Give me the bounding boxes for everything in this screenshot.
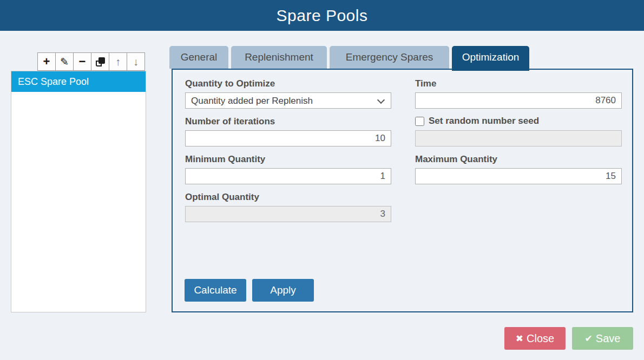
tab-replenishment[interactable]: Replenishment — [231, 46, 327, 69]
list-item-esc-spare-pool[interactable]: ESC Spare Pool — [11, 71, 146, 92]
iterations-label: Number of iterations — [185, 116, 275, 128]
time-label: Time — [415, 78, 436, 90]
minimum-quantity-input[interactable] — [185, 168, 391, 184]
remove-button[interactable]: − — [73, 52, 91, 71]
page-title: Spare Pools — [277, 6, 368, 25]
tab-optimization[interactable]: Optimization — [452, 46, 529, 71]
maximum-quantity-input[interactable] — [415, 168, 622, 184]
check-icon: ✔ — [585, 333, 593, 344]
quantity-to-optimize-select[interactable]: Quantity added per Replenish — [185, 92, 391, 109]
time-input[interactable] — [415, 92, 622, 109]
random-seed-checkbox[interactable] — [415, 117, 424, 126]
save-button-label: Save — [596, 332, 621, 345]
optimal-quantity-label: Optimal Quantity — [185, 192, 259, 204]
spare-pool-list: ESC Spare Pool — [11, 71, 146, 312]
duplicate-button[interactable] — [91, 52, 109, 71]
maximum-quantity-label: Maximum Quantity — [415, 154, 497, 166]
close-button[interactable]: ✖ Close — [504, 327, 566, 350]
optimization-panel: Quantity to Optimize Quantity added per … — [172, 69, 633, 312]
copy-icon — [96, 57, 105, 66]
close-icon: ✖ — [516, 333, 523, 344]
optimal-quantity-output — [185, 206, 391, 222]
quantity-to-optimize-label: Quantity to Optimize — [185, 78, 275, 90]
save-button[interactable]: ✔ Save — [572, 327, 633, 350]
pool-list-toolbar: + ✎ − ↑ ↓ — [37, 52, 145, 71]
move-up-button[interactable]: ↑ — [109, 52, 127, 71]
arrow-up-icon: ↑ — [115, 56, 121, 67]
minus-icon: − — [79, 56, 86, 68]
arrow-down-icon: ↓ — [133, 56, 139, 67]
close-button-label: Close — [527, 332, 554, 345]
random-seed-label: Set random number seed — [429, 116, 539, 126]
random-seed-input — [415, 130, 622, 146]
edit-button[interactable]: ✎ — [55, 52, 74, 71]
iterations-input[interactable] — [185, 130, 391, 146]
tab-bar: General Replenishment Emergency Spares O… — [169, 46, 532, 69]
tab-general[interactable]: General — [169, 46, 228, 69]
minimum-quantity-label: Minimum Quantity — [185, 154, 265, 166]
add-button[interactable]: + — [37, 52, 56, 71]
calculate-button[interactable]: Calculate — [185, 279, 246, 302]
move-down-button[interactable]: ↓ — [127, 52, 145, 71]
apply-button[interactable]: Apply — [252, 279, 314, 302]
title-bar: Spare Pools — [0, 0, 644, 31]
pencil-icon: ✎ — [60, 57, 69, 67]
tab-emergency-spares[interactable]: Emergency Spares — [330, 46, 449, 69]
plus-icon: + — [43, 56, 50, 68]
